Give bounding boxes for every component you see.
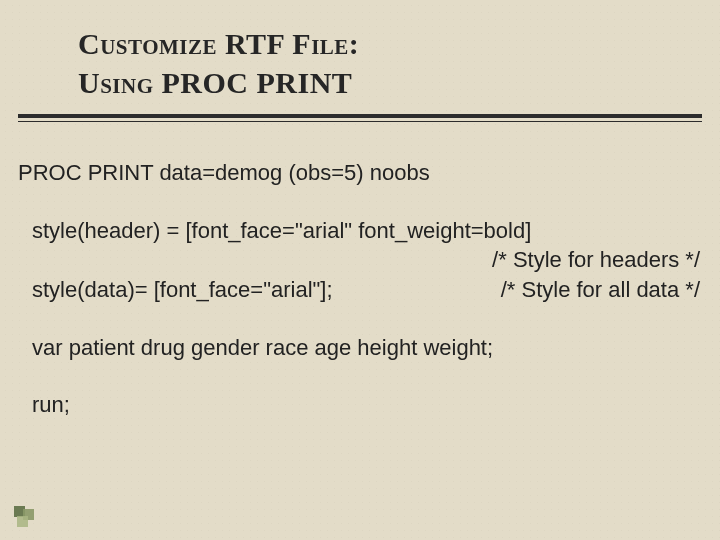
- code-var-statement: var patient drug gender race age height …: [18, 333, 702, 363]
- code-style-header: style(header) = [font_face="arial" font_…: [18, 216, 702, 246]
- title-line-2: Using PROC PRINT: [78, 63, 359, 102]
- code-block: PROC PRINT data=demog (obs=5) noobs styl…: [18, 158, 702, 420]
- horizontal-rule-thin: [18, 121, 702, 122]
- horizontal-rule-thick: [18, 114, 702, 118]
- code-run: run;: [18, 390, 702, 420]
- title-line-1: Customize RTF File:: [78, 24, 359, 63]
- code-style-data: style(data)= [font_face="arial"];: [32, 275, 333, 305]
- slide-title: Customize RTF File: Using PROC PRINT: [78, 24, 359, 102]
- slide-accent-icon: [14, 506, 36, 528]
- code-comment-data: /* Style for all data */: [501, 275, 702, 305]
- code-proc-print: PROC PRINT data=demog (obs=5) noobs: [18, 158, 702, 188]
- code-comment-headers: /* Style for headers */: [492, 245, 702, 275]
